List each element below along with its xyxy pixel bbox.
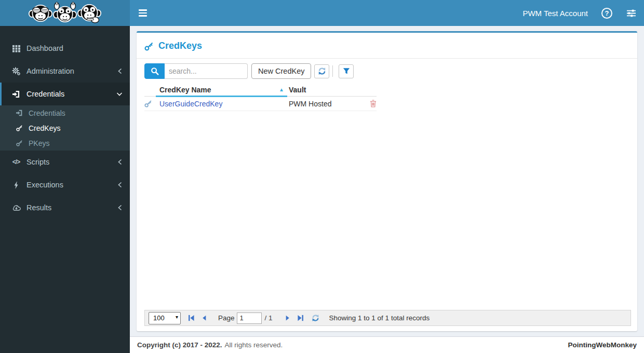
search-button[interactable]	[144, 63, 165, 79]
new-credkey-button[interactable]: New CredKey	[251, 63, 311, 79]
pagination-bar: 100 ▾ Page / 1	[144, 310, 631, 326]
top-navbar: PWM Test Account ?	[0, 0, 644, 26]
navbar-right: PWM Test Account ?	[522, 8, 644, 19]
page-size-wrap: 100 ▾	[149, 312, 181, 324]
first-page-button[interactable]	[187, 314, 196, 322]
sidebar-item-administration[interactable]: Administration	[0, 60, 130, 83]
trash-icon	[370, 100, 377, 107]
sidebar-item-executions[interactable]: Executions	[0, 173, 130, 196]
sort-asc-icon[interactable]: ▲	[279, 87, 284, 92]
sorted-column-underline	[156, 96, 287, 97]
code-icon: </>	[10, 158, 22, 166]
filter-button[interactable]	[339, 64, 354, 78]
chevron-left-icon	[117, 159, 123, 165]
hamburger-bars	[139, 9, 147, 17]
credentials-submenu: Credentials CredKeys PKeys	[0, 105, 130, 151]
sidebar-subitem-label: Credentials	[29, 109, 65, 117]
gears-icon	[10, 67, 22, 75]
pager-buttons-left	[185, 314, 211, 322]
chevron-left-icon	[117, 182, 123, 188]
grid-icon	[10, 45, 22, 52]
sliders-icon[interactable]	[626, 9, 637, 18]
key-icon	[144, 42, 154, 51]
delete-button[interactable]	[370, 100, 377, 107]
sidebar-subitem-credkeys[interactable]: CredKeys	[0, 120, 130, 135]
last-page-button[interactable]	[296, 314, 305, 322]
sidebar-subitem-credentials[interactable]: Credentials	[0, 105, 130, 120]
table-row: UserGuideCredKey PWM Hosted	[144, 97, 377, 111]
toolbar: New CredKey	[137, 59, 637, 83]
sidebar-item-results[interactable]: Results	[0, 196, 130, 219]
rights-text: All rights reserved.	[225, 341, 283, 349]
table-header-row: CredKey Name ▲ Vault	[144, 83, 377, 97]
page-size-select[interactable]: 100	[149, 312, 181, 324]
refresh-button[interactable]	[314, 64, 329, 78]
records-summary: Showing 1 to 1 of 1 total records	[329, 314, 430, 322]
sidebar: Dashboard Administration Crede	[0, 26, 130, 353]
sidebar-item-scripts[interactable]: </> Scripts	[0, 151, 130, 173]
brand-name: PointingWebMonkey	[568, 341, 637, 349]
hamburger-icon[interactable]	[130, 0, 156, 26]
monkey-pointing-icon	[77, 2, 101, 25]
cloud-download-icon	[10, 204, 22, 211]
page-label: Page	[218, 314, 235, 322]
sign-in-icon	[14, 110, 24, 116]
sidebar-subitem-label: CredKeys	[29, 124, 60, 132]
sidebar-subitem-label: PKeys	[29, 139, 49, 147]
row-actions	[364, 100, 377, 107]
sign-in-icon	[10, 90, 22, 98]
refresh-icon	[311, 314, 320, 322]
key-icon	[144, 100, 156, 107]
credkey-name-cell: UserGuideCredKey	[156, 100, 287, 108]
content-area: CredKeys New CredKey	[130, 26, 644, 336]
copyright-text: Copyright (c) 2017 - 2022.	[137, 341, 222, 349]
sidebar-item-credentials[interactable]: Credentials	[0, 83, 130, 105]
column-header-vault[interactable]: Vault	[287, 86, 364, 94]
vault-cell: PWM Hosted	[287, 100, 364, 108]
navbar-main: PWM Test Account ?	[130, 0, 644, 26]
page-title: CredKeys	[158, 40, 202, 51]
pager-buttons-right	[281, 314, 307, 322]
monkey-see-no-evil-icon	[29, 2, 52, 25]
search-group	[144, 63, 248, 79]
table-empty-space	[137, 111, 637, 310]
footer: Copyright (c) 2017 - 2022. All rights re…	[130, 336, 644, 353]
total-pages: / 1	[265, 314, 273, 322]
toolbar-separator	[332, 65, 333, 77]
chevron-down-icon	[116, 91, 123, 97]
bolt-icon	[10, 181, 22, 189]
next-page-button[interactable]	[283, 314, 292, 322]
last-page-icon	[297, 314, 304, 322]
monkey-hands-up-icon	[53, 2, 77, 25]
sidebar-item-dashboard[interactable]: Dashboard	[0, 37, 130, 60]
credkeys-panel: CredKeys New CredKey	[137, 31, 637, 331]
app-logo[interactable]	[0, 0, 130, 26]
sidebar-item-label: Credentials	[26, 90, 64, 98]
column-header-credkey-name[interactable]: CredKey Name ▲	[156, 86, 287, 94]
sidebar-subitem-pkeys[interactable]: PKeys	[0, 135, 130, 151]
first-page-icon	[187, 314, 195, 322]
prev-page-icon	[201, 315, 208, 321]
search-input[interactable]	[165, 63, 248, 79]
sidebar-item-label: Administration	[26, 67, 74, 75]
search-icon	[151, 67, 159, 75]
key-icon	[14, 140, 24, 146]
key-icon	[14, 125, 24, 131]
chevron-left-icon	[117, 205, 123, 211]
help-icon[interactable]: ?	[601, 8, 612, 19]
account-menu[interactable]: PWM Test Account	[522, 9, 588, 18]
panel-header: CredKeys	[137, 33, 637, 59]
prev-page-button[interactable]	[200, 314, 209, 322]
chevron-left-icon	[117, 68, 123, 74]
sidebar-item-label: Dashboard	[26, 44, 63, 52]
credkey-link[interactable]: UserGuideCredKey	[159, 100, 222, 108]
credkeys-table: CredKey Name ▲ Vault UserGuideCredKey PW…	[144, 83, 377, 111]
sidebar-item-label: Executions	[26, 181, 63, 189]
pager-refresh-button[interactable]	[311, 314, 320, 322]
next-page-icon	[284, 315, 291, 321]
page-number-input[interactable]	[237, 313, 262, 324]
filter-icon	[343, 67, 350, 75]
refresh-icon	[317, 66, 327, 76]
sidebar-item-label: Results	[26, 203, 51, 212]
sidebar-item-label: Scripts	[26, 158, 49, 166]
